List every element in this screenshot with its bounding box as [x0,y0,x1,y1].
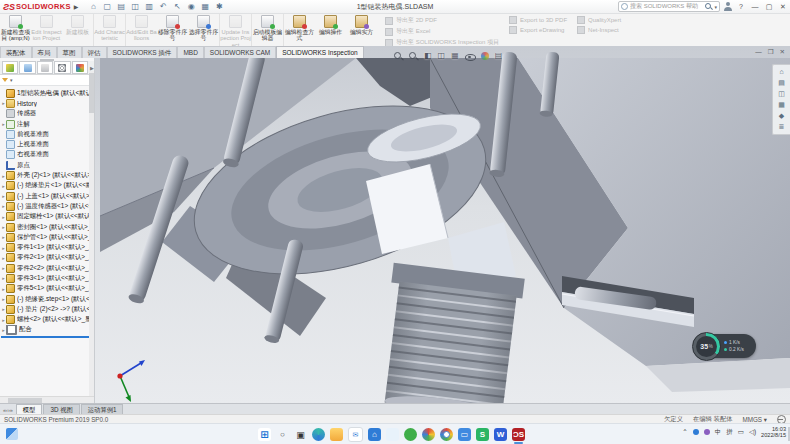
ribbon-button[interactable]: Add/Edit Balloons [126,13,157,46]
task-pane-icon[interactable]: ◆ [779,112,784,120]
tree-item[interactable]: ▸ (-) 绝缘垫片<1> (默认<<默认>_显 [1,181,94,191]
taskbar-app-icon[interactable]: S [476,428,489,441]
task-pane-icon[interactable]: ▦ [778,101,785,109]
heads-up-icon[interactable]: ◫ [438,51,446,61]
taskbar-app-icon[interactable] [440,428,453,441]
export-item[interactable]: Export to 3D PDF [509,16,567,24]
heads-up-icon[interactable] [409,52,418,61]
heads-up-icon[interactable]: ▦ [451,51,459,61]
ribbon-button[interactable]: 新建模板 [62,13,94,46]
tree-item[interactable]: ▸ 零件3<1> (默认<<默认>_显示状 [1,273,94,283]
tray-chevron-icon[interactable]: ⌃ [682,428,687,436]
tab-displaymanager[interactable] [72,61,88,74]
doc-window-control-icon[interactable]: ✕ [780,48,785,56]
task-pane-icon[interactable]: ▤ [778,79,785,87]
doc-window-control-icon[interactable]: ❐ [768,48,774,56]
help-search-box[interactable]: 搜索 SOLIDWORKS 帮助 ▾ [618,1,720,12]
export-item[interactable]: QualityXpert [577,16,621,24]
heads-up-icon[interactable]: ◧ [424,51,432,61]
task-pane-icon[interactable]: ◫ [778,90,785,98]
tree-item[interactable]: ▸ 保护管<1> (默认<<默认>_显示状 [1,232,94,242]
export-item[interactable]: Export eDrawing [509,26,567,34]
units-selector[interactable]: MMGS ▾ [742,416,767,423]
taskbar-app-icon[interactable] [422,428,435,441]
ribbon-button[interactable]: 新建检查项目 (amp;N) [0,13,31,46]
3d-model[interactable] [94,46,790,404]
ime-indicator[interactable]: 中 [715,428,722,437]
taskbar-app-icon[interactable]: ⌂ [368,428,381,441]
taskbar-app-icon[interactable]: ▭ [458,428,471,441]
volume-icon[interactable]: ◁) [749,428,756,436]
tree-item[interactable]: ▸ 前视基准面 [1,129,94,139]
taskbar-app-icon[interactable] [312,428,325,441]
quick-access-icon[interactable]: ✱ [214,2,224,12]
search-caret-icon[interactable]: ▾ [714,4,717,10]
tree-item[interactable]: ▸ 右视基准面 [1,150,94,160]
doc-window-control-icon[interactable]: — [755,48,762,56]
quick-access-icon[interactable]: ⌂ [88,2,98,12]
taskbar-app-icon[interactable] [404,428,417,441]
quick-access-icon[interactable]: ▢ [102,2,112,12]
taskbar-app-icon[interactable]: ⊞ [258,428,271,441]
tree-item[interactable]: ▸ 密封圈<1> (默认<<默认>_显示状 [1,222,94,232]
ribbon-button[interactable]: Add Characteristic [94,13,126,46]
tree-item[interactable]: ▸ 固定螺栓<1> (默认<<默认>_显示 [1,212,94,222]
tree-item[interactable]: ▸ 螺栓<2> (默认<<默认>_显示状态 [1,315,94,325]
tree-item[interactable]: ▸ 原点 [1,160,94,170]
taskbar-app-icon[interactable] [330,428,343,441]
ribbon-button[interactable]: Update Inspection Project [220,13,252,46]
ribbon-button[interactable]: 编辑实方 [346,13,377,46]
login-icon[interactable] [724,2,732,11]
ribbon-tab[interactable]: SOLIDWORKS CAM [204,46,276,58]
tree-item[interactable]: ▸ (-) 温度传感器<1> (默认<<默认>_ [1,201,94,211]
tab-propertymanager[interactable] [19,61,35,74]
ribbon-button[interactable]: 启动模板编辑器 [252,13,284,46]
tree-item[interactable]: ▸ 零件2<2> (默认<<默认>_显示状 [1,263,94,273]
tree-item[interactable]: ▸ (-) 上盖<1> (默认<<默认>_显示状 [1,191,94,201]
quick-access-icon[interactable]: ▥ [144,2,154,12]
network-icon[interactable]: ▭ [738,428,744,436]
ribbon-tab[interactable]: 装配体 [0,46,32,58]
menu-expand-arrow-icon[interactable]: ▶ [74,3,79,10]
tree-item[interactable]: ▸ 配合 [1,325,94,335]
heads-up-icon[interactable] [394,52,403,61]
quick-access-icon[interactable]: ↖ [172,2,182,12]
tree-root[interactable]: ▸ 1型铠装热电偶 (默认<默认_显示状态-1> [1,88,94,98]
taskbar-app-icon[interactable]: W [494,428,507,441]
tab-configurationmanager[interactable] [37,61,53,74]
ribbon-tab[interactable]: MBD [177,46,203,58]
ribbon-tab[interactable]: 草图 [57,46,82,58]
help-button[interactable]: ? [736,3,746,10]
restore-button[interactable]: ▢ [764,3,774,11]
quick-access-icon[interactable]: ◫ [130,2,140,12]
ribbon-button[interactable]: Edit Inspection Project [31,13,62,46]
close-button[interactable]: ✕ [778,3,788,11]
tray-security-icon[interactable] [693,429,699,435]
heads-up-icon[interactable] [465,52,475,60]
ribbon-tab[interactable]: SOLIDWORKS Inspection [276,46,364,58]
ime-mode-indicator[interactable]: 拼 [726,428,733,437]
quick-access-icon[interactable]: ↶ [158,2,168,12]
ribbon-tab[interactable]: SOLIDWORKS 插件 [107,46,178,58]
task-pane-icon[interactable]: ⌂ [779,68,783,76]
tree-item[interactable]: ▸ History [1,98,94,108]
export-item[interactable]: 导出至 2D PDF [385,16,499,25]
tree-filter[interactable]: ▾ [0,75,94,86]
ribbon-tab[interactable]: 布局 [32,46,57,58]
taskbar-app-icon[interactable]: ✉ [348,427,363,442]
tree-item[interactable]: ▸ 注解 [1,119,94,129]
widgets-icon[interactable] [6,428,18,440]
taskbar-clock[interactable]: 16:03 2022/8/15 [761,426,786,439]
panel-tabs-overflow-icon[interactable]: ▶ [90,65,94,71]
quick-access-icon[interactable]: ◉ [186,2,196,12]
export-item[interactable]: 导出至 Excel [385,27,499,36]
taskbar-app-icon[interactable]: ○ [276,428,289,441]
taskbar-app-icon[interactable]: ϽS [512,428,525,441]
tree-item[interactable]: ▸ 零件1<1> (默认<<默认>_显示状态 [1,242,94,252]
minimize-button[interactable]: — [750,3,760,10]
tree-item[interactable]: ▸ 传感器 [1,109,94,119]
tree-splitter[interactable] [1,336,94,338]
export-item[interactable]: 导出至 SOLIDWORKS Inspection 项目 [385,38,499,46]
ribbon-button[interactable]: 选择零件序号 [188,13,220,46]
tray-app-icon[interactable] [704,429,710,435]
